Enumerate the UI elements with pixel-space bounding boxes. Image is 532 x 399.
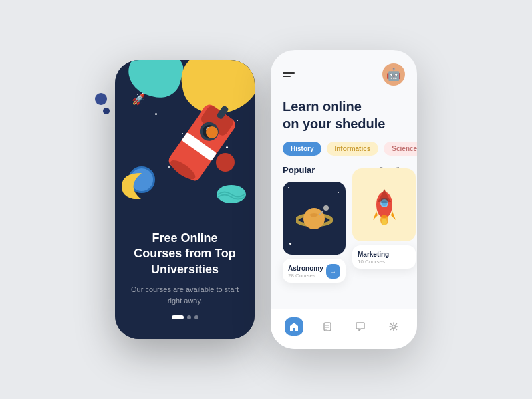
svg-point-26 xyxy=(392,325,396,329)
card-star xyxy=(288,187,289,188)
menu-line-2 xyxy=(283,76,291,77)
astronomy-card-info: Astronomy 28 Courses → xyxy=(283,259,346,283)
nav-document[interactable] xyxy=(318,317,336,336)
deco-circle-1 xyxy=(95,93,107,105)
avatar[interactable]: 🤖 xyxy=(382,63,405,86)
left-phone-bottom: Free Online Courses from Top Universitie… xyxy=(115,217,255,339)
document-icon xyxy=(323,322,332,331)
phones-container: 🚀 Free Online Courses from Top Universit… xyxy=(115,50,417,349)
astronomy-subtitle: 28 Courses xyxy=(288,273,323,279)
category-pills: History Informatics Science xyxy=(271,142,417,165)
astronomy-card[interactable]: Astronomy 28 Courses → xyxy=(283,182,346,283)
saturn-svg xyxy=(296,200,332,237)
card-star xyxy=(289,243,291,245)
small-planet xyxy=(206,126,218,138)
left-phone-subtitle: Our courses are available to start right… xyxy=(128,284,241,306)
astronomy-btn[interactable]: → xyxy=(326,264,340,279)
pill-science[interactable]: Science xyxy=(384,142,417,156)
settings-icon xyxy=(389,322,398,331)
rocket-svg xyxy=(368,184,401,227)
card-star xyxy=(338,192,339,193)
svg-point-20 xyxy=(382,219,387,225)
menu-icon[interactable] xyxy=(283,72,295,77)
right-phone-title: Learn onlineon your shedule xyxy=(271,92,417,142)
phone-right: 🤖 Learn onlineon your shedule History In… xyxy=(271,50,417,349)
cards-row: Astronomy 28 Courses → xyxy=(271,182,417,309)
phone-left: 🚀 Free Online Courses from Top Universit… xyxy=(115,60,255,339)
home-icon xyxy=(289,322,299,331)
nav-settings[interactable] xyxy=(384,317,403,336)
svg-rect-21 xyxy=(381,198,388,203)
pill-history[interactable]: History xyxy=(283,142,321,156)
arrow-icon: → xyxy=(330,268,336,275)
marketing-title: Marketing xyxy=(358,251,389,258)
dot-3 xyxy=(194,315,198,319)
bottom-nav xyxy=(271,309,417,349)
marketing-subtitle: 10 Courses xyxy=(358,259,389,265)
marketing-card-image xyxy=(352,168,416,241)
astronomy-title: Astronomy xyxy=(288,265,323,272)
pill-informatics[interactable]: Informatics xyxy=(327,142,378,156)
popular-label: Popular xyxy=(283,165,315,175)
red-planet xyxy=(216,153,235,172)
small-rocket: 🚀 xyxy=(132,93,145,106)
nav-home[interactable] xyxy=(285,317,303,336)
left-phone-title: Free Online Courses from Top Universitie… xyxy=(128,231,241,277)
chat-icon xyxy=(356,322,365,331)
wavy-blob xyxy=(215,183,248,206)
right-phone-header: 🤖 xyxy=(271,50,417,92)
svg-point-15 xyxy=(323,205,329,211)
dots-indicator xyxy=(128,315,241,319)
marketing-card[interactable]: Marketing 10 Courses xyxy=(352,168,416,269)
dot-2 xyxy=(187,315,191,319)
astronomy-card-image xyxy=(283,182,346,255)
dot-1 xyxy=(172,315,184,319)
nav-chat[interactable] xyxy=(351,317,370,336)
moon-shape xyxy=(118,166,152,206)
menu-line-1 xyxy=(283,72,295,74)
marketing-card-info: Marketing 10 Courses xyxy=(352,245,416,269)
svg-point-13 xyxy=(303,208,325,229)
deco-circle-2 xyxy=(103,108,110,114)
